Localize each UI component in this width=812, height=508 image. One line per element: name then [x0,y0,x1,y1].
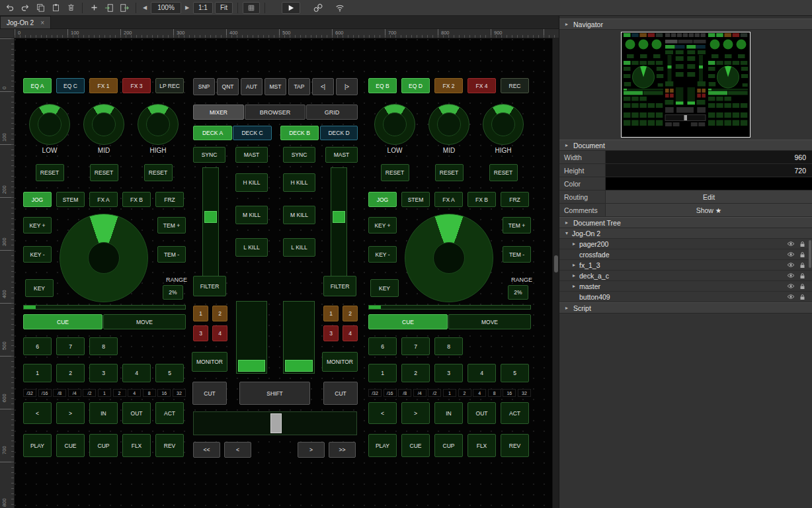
export-button[interactable] [118,1,131,15]
track-progress-bar[interactable] [368,305,531,310]
jog-wheel[interactable] [60,214,148,302]
nudge-back-button[interactable]: < [224,442,251,458]
transport-button[interactable]: CUE [401,434,430,457]
key-minus-button[interactable]: KEY - [23,246,52,263]
range-value[interactable]: 2% [508,285,528,300]
loop-size-label[interactable]: /8 [398,389,411,397]
loop-nav-button[interactable]: OUT [467,402,496,424]
transport-button[interactable]: CUP [434,434,463,457]
hotcue-pad[interactable]: 1 [368,364,397,382]
visibility-eye-icon[interactable] [787,283,795,289]
tree-item[interactable]: crossfade [559,249,812,260]
hotcue-pad[interactable]: 1 [23,364,52,382]
key-minus-button[interactable]: KEY - [368,246,397,263]
tempo-plus-button[interactable]: TEM + [503,217,531,233]
transport-button[interactable]: REV [501,434,529,457]
expand-arrow-icon[interactable]: ▸ [571,262,577,268]
tempo-minus-button[interactable]: TEM - [503,246,531,263]
routing-edit-button[interactable]: Edit [606,190,812,203]
kill-button[interactable]: M KILL [235,206,268,224]
cue-mode-button[interactable]: CUE [368,314,448,329]
add-button[interactable] [87,1,101,15]
tempo-plus-button[interactable]: TEM + [157,217,186,233]
volume-fader[interactable] [283,301,315,374]
reset-button[interactable]: RESET [90,164,118,181]
move-mode-button[interactable]: MOVE [448,314,531,329]
pad-button[interactable]: LP REC [155,78,184,93]
deck-tab-a[interactable]: DECK A [193,126,232,140]
fader-handle[interactable] [333,211,345,223]
key-button[interactable]: KEY [370,279,399,297]
import-button[interactable] [102,1,116,15]
visibility-eye-icon[interactable] [787,273,795,278]
kill-button[interactable]: L KILL [283,238,315,257]
transport-button[interactable]: FLX [467,434,496,457]
shift-button[interactable]: SHIFT [239,382,310,405]
mode-button[interactable]: FX A [89,192,118,207]
pad-button[interactable]: FX 1 [89,78,118,93]
document-tab[interactable]: Jog-On 2 × [0,16,51,28]
tempo-minus-button[interactable]: TEM - [157,246,186,263]
mode-button[interactable]: STEM [56,192,85,207]
kill-button[interactable]: H KILL [283,173,315,192]
cue-mode-button[interactable]: CUE [23,314,102,329]
loop-size-label[interactable]: 1 [98,389,111,397]
filter-button[interactable]: FILTER [193,276,226,296]
loop-size-label[interactable]: /16 [384,389,397,397]
eq-knob[interactable] [428,104,469,145]
paste-button[interactable] [49,1,62,15]
master-button[interactable]: SNP [193,78,215,95]
loop-size-label[interactable]: 1 [443,389,456,397]
kill-button[interactable]: M KILL [283,206,315,224]
move-mode-button[interactable]: MOVE [103,314,186,329]
view-tab-mixer[interactable]: MIXER [193,105,244,120]
expand-arrow-icon[interactable]: ▸ [571,241,577,247]
loop-nav-button[interactable]: OUT [122,402,151,424]
eq-knob[interactable] [374,104,415,145]
loop-size-label[interactable]: 2 [458,389,471,397]
expand-arrow-icon[interactable]: ▾ [564,230,569,236]
lock-icon[interactable] [799,273,805,279]
sync-button[interactable]: SYNC [193,147,225,163]
cut-button[interactable]: CUT [323,382,358,405]
tree-scrollbar-thumb[interactable] [809,240,811,268]
hotcue-pad[interactable]: 3 [89,364,118,382]
height-field[interactable]: 720 [606,164,812,177]
fx-assign-button[interactable]: 1 [323,306,339,321]
lock-icon[interactable] [799,251,805,258]
zoom-fit-button[interactable]: Fit [215,2,233,14]
monitor-button[interactable]: MONITOR [192,352,227,372]
reset-button[interactable]: RESET [36,164,64,181]
master-button[interactable]: AUT [241,78,263,95]
width-field[interactable]: 960 [606,151,812,163]
reset-button[interactable]: RESET [381,164,409,181]
fx-assign-button[interactable]: 4 [343,325,358,341]
expand-arrow-icon[interactable]: ▸ [571,283,577,289]
loop-size-label[interactable]: 8 [143,389,156,397]
loop-size-label[interactable]: /32 [23,389,36,397]
nudge-back-fast-button[interactable]: << [193,442,220,458]
crossfader[interactable] [193,411,357,435]
view-tab-grid[interactable]: GRID [306,105,358,120]
view-tab-browser[interactable]: BROWSER [245,105,305,120]
pad-button[interactable]: FX 3 [122,78,151,93]
hotcue-pad[interactable]: 8 [434,337,463,355]
mode-button[interactable]: JOG [368,192,397,207]
hotcue-pad[interactable]: 2 [56,364,85,382]
sync-button[interactable]: SYNC [283,147,315,163]
navigator-thumbnail[interactable] [621,32,751,138]
cut-button[interactable]: CUT [192,382,227,405]
pitch-fader[interactable] [202,167,219,293]
grid-toggle-button[interactable] [243,2,260,14]
loop-size-label[interactable]: 16 [157,389,171,397]
hotcue-pad[interactable]: 5 [155,364,184,382]
nudge-forward-button[interactable]: > [298,442,325,458]
master-button[interactable]: |> [336,78,358,95]
hotcue-pad[interactable]: 3 [434,364,463,382]
loop-size-label[interactable]: /16 [38,389,52,397]
transport-button[interactable]: PLAY [368,434,397,457]
hotcue-pad[interactable]: 6 [368,337,397,355]
range-value[interactable]: 2% [163,285,183,300]
pitch-fader[interactable] [331,167,347,293]
filter-button[interactable]: FILTER [323,276,356,296]
